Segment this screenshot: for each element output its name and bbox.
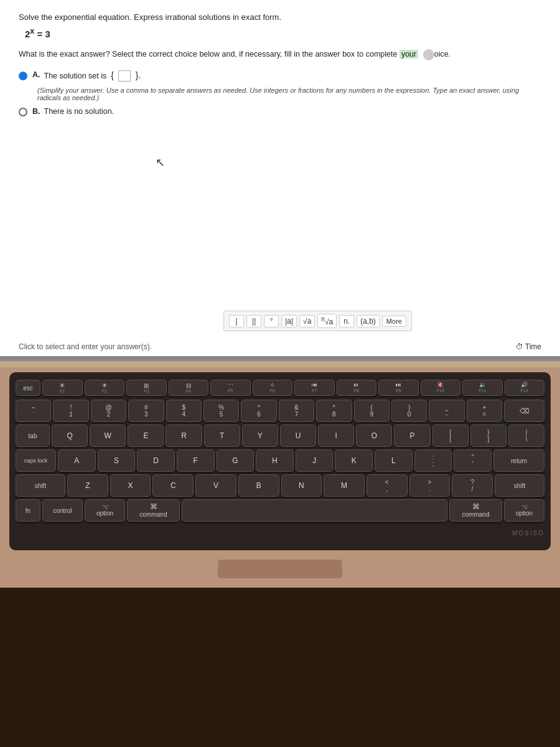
v-key[interactable]: V xyxy=(195,474,236,497)
2-key[interactable]: @2 xyxy=(91,400,126,422)
right-command-key[interactable]: ⌘ command xyxy=(449,499,502,522)
x-key[interactable]: X xyxy=(110,474,151,497)
s-key[interactable]: S xyxy=(98,449,136,472)
tab-key[interactable]: tab xyxy=(16,425,50,447)
rbracket-key[interactable]: }] xyxy=(470,425,506,447)
math-btn-degree[interactable]: ° xyxy=(264,315,279,327)
control-key[interactable]: control xyxy=(42,499,83,522)
w-key[interactable]: W xyxy=(90,425,126,447)
trackpad[interactable] xyxy=(218,560,342,578)
g-key[interactable]: G xyxy=(217,449,254,472)
f3-key[interactable]: ⊞F3 xyxy=(126,380,167,396)
right-option-key[interactable]: ⌥ option xyxy=(504,499,544,522)
answer-input[interactable] xyxy=(118,70,131,82)
backtick-key[interactable]: ~` xyxy=(16,400,51,422)
slash-key[interactable]: ?/ xyxy=(452,474,493,497)
k-key[interactable]: K xyxy=(335,449,373,472)
math-btn-pipe[interactable]: | xyxy=(229,315,244,327)
z-key[interactable]: Z xyxy=(67,474,108,497)
tab-label: tab xyxy=(29,433,37,439)
q-key[interactable]: Q xyxy=(52,425,88,447)
right-shift-key[interactable]: shift xyxy=(495,474,544,497)
equation: 2x = 3 xyxy=(25,27,541,39)
backslash-key[interactable]: |\ xyxy=(508,425,544,447)
4-key[interactable]: $4 xyxy=(166,400,202,422)
backspace-key[interactable]: ⌫ xyxy=(504,400,544,422)
option-a[interactable]: A. The solution set is { }. xyxy=(19,70,541,82)
fn-key[interactable]: fn xyxy=(16,499,40,522)
7-key[interactable]: &7 xyxy=(279,400,314,422)
comma-key[interactable]: <, xyxy=(366,474,408,497)
qwerty-row: tab Q W E R T Y U I O P {[ }] |\ xyxy=(16,425,544,447)
f1-key[interactable]: ☀F1 xyxy=(42,380,83,396)
f12-key[interactable]: 🔊F12 xyxy=(505,380,545,396)
o-key[interactable]: O xyxy=(356,425,392,447)
t-key[interactable]: T xyxy=(204,425,240,447)
spacebar[interactable] xyxy=(182,499,447,522)
asdf-row: caps lock A S D F G H J K L :; "' return xyxy=(16,449,544,472)
d-key[interactable]: D xyxy=(137,449,175,472)
semicolon-key[interactable]: :; xyxy=(414,449,452,472)
math-btn-abs[interactable]: |a| xyxy=(281,315,297,327)
option-b[interactable]: B. There is no solution. xyxy=(19,106,541,116)
u-key[interactable]: U xyxy=(280,425,316,447)
5-key[interactable]: %5 xyxy=(203,400,239,422)
question-text: What is the exact answer? Select the cor… xyxy=(19,49,541,60)
radio-a[interactable] xyxy=(19,72,27,80)
1-key[interactable]: !1 xyxy=(53,400,88,422)
equals-key[interactable]: += xyxy=(467,400,502,422)
option-key[interactable]: ⌥ option xyxy=(85,499,125,522)
enter-key[interactable]: return xyxy=(493,449,544,472)
0-key[interactable]: )0 xyxy=(391,400,427,422)
f11-key[interactable]: 🔉F11 xyxy=(462,380,503,396)
f4-key[interactable]: ⊟F4 xyxy=(169,380,209,396)
a-key[interactable]: A xyxy=(58,449,96,472)
screen: Solve the exponential equation. Express … xyxy=(0,0,560,361)
keyboard-body: esc ☀F1 ☀F2 ⊞F3 ⊟F4 ⋯F5 ⊹F6 ⏮F7 xyxy=(9,372,551,550)
8-key[interactable]: *8 xyxy=(316,400,352,422)
i-key[interactable]: I xyxy=(318,425,354,447)
period-key[interactable]: >. xyxy=(409,474,450,497)
math-btn-more[interactable]: More xyxy=(382,316,406,327)
e-key[interactable]: E xyxy=(128,425,164,447)
lbracket-key[interactable]: {[ xyxy=(432,425,469,447)
left-command-key[interactable]: ⌘ command xyxy=(127,499,180,522)
time-label: ⏱ Time xyxy=(516,342,541,351)
cursor: ↖ xyxy=(156,156,165,169)
quote-key[interactable]: "' xyxy=(454,449,492,472)
f9-key[interactable]: ⏭F9 xyxy=(378,380,419,396)
r-key[interactable]: R xyxy=(166,425,202,447)
3-key[interactable]: #3 xyxy=(128,400,164,422)
h-key[interactable]: H xyxy=(256,449,294,472)
f10-key[interactable]: 🔇F10 xyxy=(421,380,461,396)
math-btn-interval[interactable]: (a,b) xyxy=(357,315,380,327)
f2-key[interactable]: ☀F2 xyxy=(85,380,125,396)
f8-key[interactable]: ⏯F8 xyxy=(337,380,377,396)
c-key[interactable]: C xyxy=(152,474,194,497)
left-shift-key[interactable]: shift xyxy=(16,474,65,497)
9-key[interactable]: (9 xyxy=(354,400,390,422)
n-key[interactable]: N xyxy=(281,474,322,497)
capslock-key[interactable]: caps lock xyxy=(16,449,56,472)
m-key[interactable]: M xyxy=(324,474,365,497)
math-btn-nrt[interactable]: n√a xyxy=(317,314,337,328)
minus-key[interactable]: _- xyxy=(429,400,464,422)
b-key[interactable]: B xyxy=(238,474,279,497)
f-key[interactable]: F xyxy=(177,449,215,472)
j-key[interactable]: J xyxy=(296,449,334,472)
l-key[interactable]: L xyxy=(375,449,413,472)
capslock-label: caps lock xyxy=(24,458,48,464)
p-key[interactable]: P xyxy=(394,425,430,447)
macbook-label xyxy=(0,361,560,367)
esc-key[interactable]: esc xyxy=(16,380,40,396)
f7-key[interactable]: ⏮F7 xyxy=(294,380,335,396)
math-btn-double-pipe[interactable]: || xyxy=(246,315,261,327)
radio-b[interactable] xyxy=(19,108,27,116)
option-label: option xyxy=(96,510,113,517)
math-btn-sqrt[interactable]: √a xyxy=(299,315,315,327)
y-key[interactable]: Y xyxy=(242,425,278,447)
6-key[interactable]: ^6 xyxy=(241,400,276,422)
f6-key[interactable]: ⊹F6 xyxy=(253,380,293,396)
f5-key[interactable]: ⋯F5 xyxy=(210,380,251,396)
math-btn-subscript[interactable]: n. xyxy=(339,315,354,327)
